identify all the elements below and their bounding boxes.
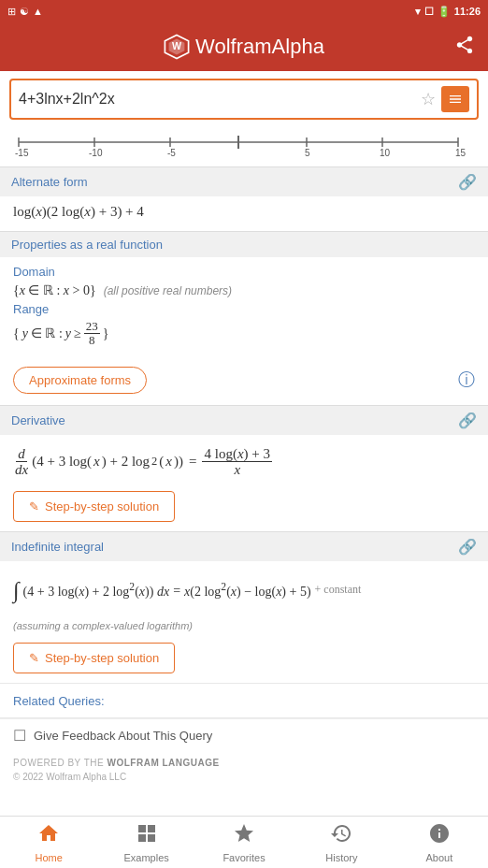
- wolfram-logo-icon: W: [164, 34, 190, 60]
- svg-text:5: 5: [305, 148, 310, 158]
- nav-item-about[interactable]: About: [391, 817, 488, 868]
- svg-text:10: 10: [380, 148, 391, 158]
- search-wrapper: ☆: [0, 71, 488, 127]
- domain-set: {x ∈ ℝ : x > 0}: [13, 282, 96, 298]
- home-icon: [37, 822, 60, 850]
- integral-constant: + constant: [315, 580, 362, 600]
- svg-text:W: W: [172, 40, 182, 51]
- search-input[interactable]: [19, 91, 415, 108]
- derivative-step-label: Step-by-step solution: [45, 499, 159, 514]
- integral-equals: =: [173, 579, 180, 602]
- powered-by: POWERED BY THE WOLFRAM LANGUAGE: [0, 752, 488, 770]
- about-icon: [428, 822, 451, 850]
- range-set: {y ∈ ℝ : y ≥ 23 8 }: [13, 320, 475, 348]
- integral-formula: ∫ (4 + 3 log(x) + 2 log2(x)) dx = x(2 lo…: [13, 567, 475, 615]
- nav-item-examples[interactable]: Examples: [97, 817, 194, 868]
- app-logo: W WolframAlpha: [164, 34, 324, 60]
- derivative-header: Derivative 🔗: [0, 405, 488, 435]
- derivative-link-icon[interactable]: 🔗: [458, 412, 477, 429]
- integral-step-button[interactable]: ✎ Step-by-step solution: [13, 643, 175, 673]
- integral-step-edit-icon: ✎: [29, 651, 39, 665]
- domain-label: Domain: [13, 265, 475, 279]
- nav-favorites-label: Favorites: [222, 852, 265, 863]
- battery-icon: 🔋: [438, 6, 451, 18]
- integral-integrand: (4 + 3 log(x) + 2 log2(x)) dx: [23, 577, 170, 603]
- signal-icon: ☐: [424, 6, 434, 18]
- favorite-icon[interactable]: ☆: [421, 89, 436, 109]
- info-icon[interactable]: ⓘ: [458, 369, 475, 391]
- checkbox-icon: ☐: [13, 727, 26, 745]
- number-line-svg: -15 -10 -5 5 10 15: [9, 131, 467, 159]
- nav-history-label: History: [325, 852, 357, 863]
- feedback-row[interactable]: ☐ Give Feedback About This Query: [0, 718, 488, 752]
- svg-text:-5: -5: [167, 148, 176, 158]
- wifi-icon: ▾: [415, 6, 421, 18]
- integral-header: Indefinite integral 🔗: [0, 531, 488, 561]
- logo-text: WolframAlpha: [195, 35, 324, 59]
- derivative-title: Derivative: [11, 413, 65, 427]
- derivative-rhs: 4 log(x) + 3 x: [202, 446, 272, 478]
- copyright: © 2022 Wolfram Alpha LLC: [0, 770, 488, 789]
- alternate-form-link-icon[interactable]: 🔗: [458, 173, 477, 191]
- svg-text:15: 15: [455, 148, 466, 158]
- nav-about-label: About: [425, 852, 452, 863]
- favorites-icon: [233, 822, 255, 850]
- derivative-content: d dx (4 + 3 log(x) + 2 log2(x)) = 4 log(…: [0, 435, 488, 485]
- approx-forms-row: Approximate forms ⓘ: [0, 355, 488, 405]
- properties-header: Properties as a real function: [0, 231, 488, 257]
- share-button[interactable]: [454, 35, 475, 60]
- integral-title: Indefinite integral: [11, 540, 104, 554]
- derivative-equals: =: [189, 449, 196, 474]
- derivative-rhs-num: 4 log(x) + 3: [202, 446, 272, 463]
- search-bar: ☆: [9, 79, 479, 120]
- nav-item-favorites[interactable]: Favorites: [195, 817, 293, 868]
- integral-content: ∫ (4 + 3 log(x) + 2 log2(x)) dx = x(2 lo…: [0, 561, 488, 620]
- main-content: ☆ -15: [0, 71, 488, 846]
- range-fraction: 23 8: [84, 320, 100, 348]
- status-bar: ⊞ ☯ ▲ ▾ ☐ 🔋 11:26: [0, 0, 488, 22]
- header: W WolframAlpha: [0, 22, 488, 71]
- integral-result: x(2 log2(x) − log(x) + 5): [184, 577, 311, 603]
- range-frac-denominator: 8: [87, 334, 97, 347]
- step-edit-icon: ✎: [29, 499, 39, 514]
- number-line-area: -15 -10 -5 5 10 15: [0, 127, 488, 166]
- bottom-nav: Home Examples Favorites History: [0, 816, 488, 868]
- app-icon-2: ☯: [20, 6, 29, 18]
- derivative-formula: d dx (4 + 3 log(x) + 2 log2(x)) = 4 log(…: [13, 442, 475, 482]
- integral-step-label: Step-by-step solution: [45, 651, 159, 665]
- alternate-form-header: Alternate form 🔗: [0, 166, 488, 196]
- properties-content: Domain {x ∈ ℝ : x > 0} (all positive rea…: [0, 257, 488, 355]
- app-icon-3: ▲: [33, 6, 43, 17]
- derivative-step-button[interactable]: ✎ Step-by-step solution: [13, 491, 175, 522]
- nav-item-history[interactable]: History: [293, 817, 390, 868]
- nav-examples-label: Examples: [123, 852, 168, 863]
- related-queries: Related Queries:: [0, 684, 488, 717]
- examples-icon: [136, 822, 158, 850]
- app-icon-1: ⊞: [7, 6, 16, 18]
- integral-sign: ∫: [13, 571, 20, 611]
- derivative-rhs-frac: 4 log(x) + 3 x: [202, 446, 272, 478]
- history-icon: [330, 822, 352, 850]
- alternate-form-title: Alternate form: [11, 175, 88, 189]
- nav-home-label: Home: [36, 852, 63, 863]
- nav-item-home[interactable]: Home: [0, 817, 97, 868]
- svg-text:-15: -15: [15, 148, 29, 158]
- powered-label: POWERED BY THE: [13, 758, 104, 768]
- assuming-note: (assuming a complex-valued logarithm): [0, 620, 488, 637]
- derivative-d-den: dx: [13, 462, 30, 478]
- svg-text:-10: -10: [89, 148, 103, 158]
- range-frac-numerator: 23: [84, 320, 100, 334]
- domain-note: (all positive real numbers): [104, 284, 232, 297]
- integral-link-icon[interactable]: 🔗: [458, 538, 477, 556]
- search-submit-button[interactable]: [441, 86, 469, 112]
- approximate-forms-button[interactable]: Approximate forms: [13, 367, 147, 394]
- derivative-rhs-den: x: [232, 462, 242, 478]
- properties-title: Properties as a real function: [11, 238, 163, 252]
- derivative-d-frac: d dx: [13, 446, 30, 478]
- status-right: ▾ ☐ 🔋 11:26: [415, 6, 481, 18]
- alternate-form-content: log(x)(2 log(x) + 3) + 4: [0, 196, 488, 231]
- derivative-lhs: d dx (4 + 3 log(x) + 2 log2(x)): [13, 446, 183, 478]
- alternate-form-formula: log(x)(2 log(x) + 3) + 4: [13, 204, 475, 220]
- time-display: 11:26: [454, 6, 481, 17]
- derivative-d-num: d: [16, 446, 27, 463]
